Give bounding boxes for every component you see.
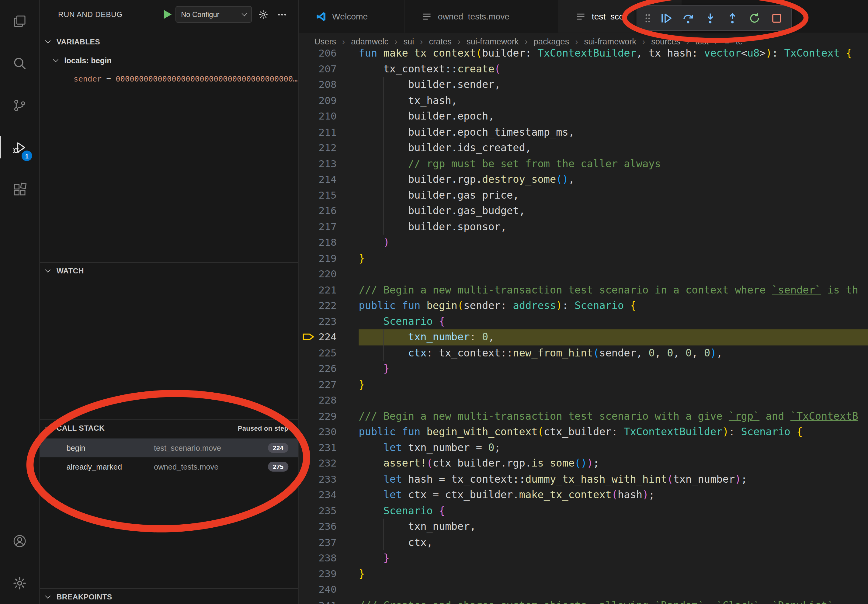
debug-config-dropdown[interactable]: No Configur (175, 6, 252, 23)
code-text[interactable]: builder.gas_price, (358, 187, 868, 203)
watch-section-header[interactable]: WATCH (40, 262, 298, 279)
code-text[interactable] (358, 582, 868, 598)
line-number[interactable]: 239 (299, 566, 337, 582)
line-number[interactable]: 214 (299, 172, 337, 187)
breadcrumb-item[interactable]: sui (403, 36, 414, 46)
code-text[interactable]: ) (358, 235, 868, 251)
code-text[interactable]: public fun begin_with_context(ctx_builde… (358, 424, 868, 440)
code-text[interactable]: /// Begin a new multi-transaction test s… (358, 408, 868, 424)
activity-item-settings[interactable] (0, 562, 39, 604)
variables-section-header[interactable]: VARIABLES (40, 33, 298, 50)
line-number[interactable]: 212 (299, 140, 337, 156)
breadcrumb-item[interactable]: adamwelc (351, 36, 388, 46)
breadcrumb-item[interactable]: sources (651, 36, 680, 46)
line-number[interactable]: 235 (299, 503, 337, 519)
start-debug-icon[interactable] (164, 10, 172, 19)
line-number[interactable]: 218 (299, 235, 337, 251)
code-text[interactable]: let txn_number = 0; (358, 440, 868, 455)
code-text[interactable]: } (358, 377, 868, 393)
code-text[interactable]: txn_number, (358, 519, 868, 535)
toolbar-drag-handle[interactable] (642, 9, 653, 27)
line-number[interactable]: 216 (299, 203, 337, 219)
line-number[interactable]: 226 (299, 361, 337, 377)
call-stack-frame-already_marked[interactable]: already_markedowned_tests.move275 (40, 457, 298, 476)
code-text[interactable]: tx_context::create( (358, 61, 868, 77)
code-text[interactable]: } (358, 550, 868, 566)
call-stack-section-header[interactable]: CALL STACK Paused on step (40, 420, 298, 437)
code-text[interactable]: let hash = tx_context::dummy_tx_hash_wit… (358, 471, 868, 487)
breadcrumb-item[interactable]: Users (315, 36, 336, 46)
code-text[interactable]: builder.epoch, (358, 108, 868, 124)
activity-item-extensions[interactable] (0, 168, 39, 210)
line-number[interactable]: 219 (299, 251, 337, 266)
breakpoints-section-header[interactable]: BREAKPOINTS (40, 589, 298, 604)
line-number[interactable]: 228 (299, 393, 337, 409)
breadcrumb-item[interactable]: packages (534, 36, 569, 46)
call-stack-frame-begin[interactable]: begintest_scenario.move224 (40, 438, 298, 457)
line-number[interactable]: 240 (299, 582, 337, 598)
code-text[interactable]: builder.sponsor, (358, 219, 868, 235)
code-text[interactable]: } (358, 566, 868, 582)
code-text[interactable]: Scenario { (358, 503, 868, 519)
code-text[interactable]: txn_number: 0, (358, 329, 868, 345)
line-number[interactable]: 207 (299, 61, 337, 77)
code-text[interactable]: let ctx = ctx_builder.make_tx_context(ha… (358, 487, 868, 503)
line-number[interactable]: 215 (299, 187, 337, 203)
code-text[interactable]: /// Begin a new multi-transaction test s… (358, 282, 868, 298)
code-text[interactable]: Scenario { (358, 314, 868, 329)
breadcrumb-item[interactable]: sui-framework (467, 36, 519, 46)
activity-item-search[interactable] (0, 42, 39, 84)
debug-stop-button[interactable] (767, 9, 786, 27)
line-number[interactable]: 241 (299, 598, 337, 604)
code-text[interactable]: ctx, (358, 534, 868, 550)
code-text[interactable] (358, 393, 868, 409)
line-number[interactable]: 213 (299, 156, 337, 172)
breadcrumb-item[interactable]: test (695, 36, 708, 46)
code-text[interactable]: ctx: tx_context::new_from_hint(sender, 0… (358, 345, 868, 361)
line-number[interactable]: 229 (299, 408, 337, 424)
debug-settings-button[interactable] (255, 7, 271, 22)
line-number[interactable]: 217 (299, 219, 337, 235)
line-number[interactable]: 211 (299, 124, 337, 140)
code-text[interactable]: /// Creates and shares system objects, a… (358, 598, 868, 604)
line-number[interactable]: 227 (299, 377, 337, 393)
debug-step-into-button[interactable] (701, 9, 719, 27)
activity-item-run-debug[interactable]: 1 (0, 126, 39, 168)
breadcrumb-item[interactable]: te (724, 36, 743, 46)
tab-welcome[interactable]: Welcome (299, 0, 405, 33)
views-more-actions-button[interactable] (274, 7, 290, 22)
code-text[interactable]: } (358, 251, 868, 266)
activity-item-source-control[interactable] (0, 84, 39, 126)
line-number[interactable]: 223 (299, 314, 337, 329)
code-text[interactable]: builder.ids_created, (358, 140, 868, 156)
code-text[interactable]: builder.rgp.destroy_some(), (358, 172, 868, 187)
line-number[interactable]: 221 (299, 282, 337, 298)
debug-step-over-button[interactable] (679, 9, 698, 27)
code-text[interactable]: assert!(ctx_builder.rgp.is_some()); (358, 455, 868, 471)
code-text[interactable]: builder.sender, (358, 77, 868, 93)
breadcrumb-item[interactable]: sui-framework (584, 36, 636, 46)
debug-continue-button[interactable] (657, 9, 676, 27)
line-number[interactable]: 230 (299, 424, 337, 440)
code-text[interactable]: tx_hash, (358, 93, 868, 108)
line-number[interactable]: 238 (299, 550, 337, 566)
code-text[interactable] (358, 266, 868, 282)
line-number[interactable]: 233 (299, 471, 337, 487)
line-number[interactable]: 232 (299, 455, 337, 471)
variables-scope-row[interactable]: locals: begin (40, 53, 298, 68)
line-number[interactable]: 220 (299, 266, 337, 282)
debug-step-out-button[interactable] (723, 9, 742, 27)
breadcrumb-item[interactable]: crates (429, 36, 451, 46)
code-text[interactable]: // rgp must be set from the caller alway… (358, 156, 868, 172)
code-text[interactable]: public fun begin(sender: address): Scena… (358, 298, 868, 314)
line-number[interactable]: 231 (299, 440, 337, 455)
activity-item-accounts[interactable] (0, 520, 39, 562)
line-number[interactable]: 209 (299, 93, 337, 108)
code-text[interactable]: builder.gas_budget, (358, 203, 868, 219)
code-text[interactable]: builder.epoch_timestamp_ms, (358, 124, 868, 140)
line-number[interactable]: 210 (299, 108, 337, 124)
code-text[interactable]: } (358, 361, 868, 377)
activity-item-explorer[interactable] (0, 0, 39, 42)
line-number[interactable]: 222 (299, 298, 337, 314)
debug-restart-button[interactable] (745, 9, 764, 27)
